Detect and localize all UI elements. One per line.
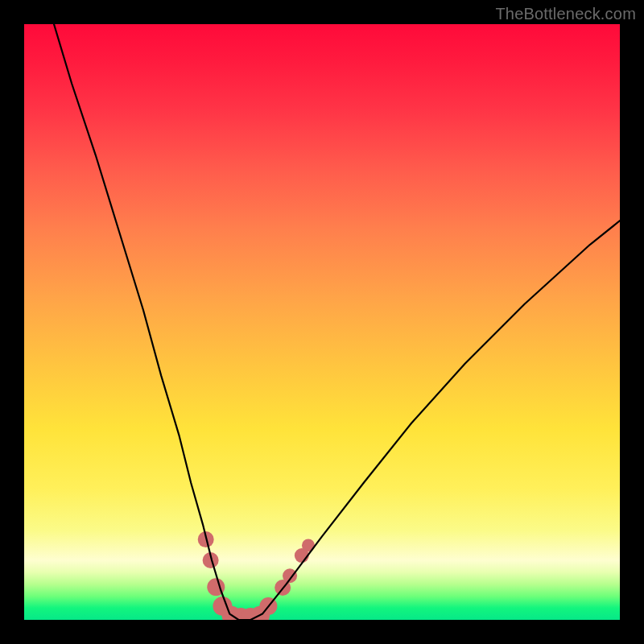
chart-stage: TheBottleneck.com [0,0,644,644]
watermark-text: TheBottleneck.com [495,5,636,23]
marker-dots-group [198,531,315,620]
chart-svg [24,24,620,620]
chart-plot-area [24,24,620,620]
marker-dot [283,568,297,583]
bottleneck-curve [54,24,620,620]
